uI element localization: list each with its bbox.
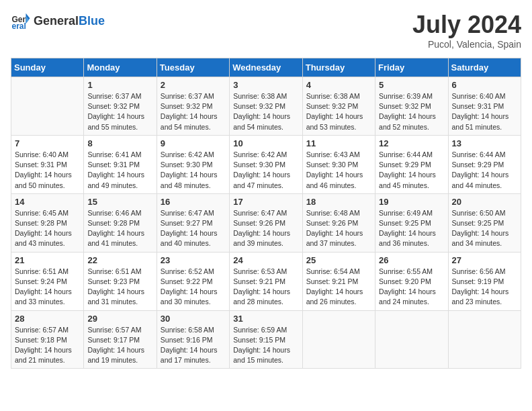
day-number: 21 [15, 255, 80, 265]
weekday-header-row: SundayMondayTuesdayWednesdayThursdayFrid… [11, 58, 521, 77]
day-number: 12 [379, 138, 444, 148]
day-number: 31 [233, 314, 298, 324]
day-number: 14 [15, 197, 80, 207]
calendar-cell: 3Sunrise: 6:38 AM Sunset: 9:32 PM Daylig… [230, 77, 302, 136]
day-info: Sunrise: 6:58 AM Sunset: 9:16 PM Dayligh… [161, 325, 226, 366]
calendar-cell: 14Sunrise: 6:45 AM Sunset: 9:28 PM Dayli… [11, 193, 84, 252]
weekday-friday: Friday [375, 58, 448, 77]
day-number: 13 [452, 138, 517, 148]
calendar-cell: 1Sunrise: 6:37 AM Sunset: 9:32 PM Daylig… [84, 77, 157, 136]
weekday-tuesday: Tuesday [157, 58, 229, 77]
calendar-cell: 31Sunrise: 6:59 AM Sunset: 9:15 PM Dayli… [230, 310, 302, 369]
calendar-cell: 11Sunrise: 6:43 AM Sunset: 9:30 PM Dayli… [302, 135, 375, 193]
logo-text-block: GeneralBlue [34, 14, 105, 28]
day-info: Sunrise: 6:48 AM Sunset: 9:26 PM Dayligh… [306, 208, 371, 249]
calendar-cell [375, 310, 448, 369]
weekday-saturday: Saturday [448, 58, 521, 77]
calendar-cell: 8Sunrise: 6:41 AM Sunset: 9:31 PM Daylig… [84, 135, 157, 193]
calendar-cell [11, 77, 84, 136]
calendar-subtitle: Pucol, Valencia, Spain [412, 39, 521, 50]
day-number: 23 [161, 255, 226, 265]
day-number: 29 [87, 314, 152, 324]
day-number: 19 [379, 197, 444, 207]
day-number: 9 [161, 138, 226, 148]
day-number: 22 [87, 255, 152, 265]
calendar-cell: 13Sunrise: 6:44 AM Sunset: 9:29 PM Dayli… [448, 135, 521, 193]
day-number: 2 [161, 80, 226, 90]
day-number: 1 [87, 80, 152, 90]
weekday-sunday: Sunday [11, 58, 84, 77]
day-info: Sunrise: 6:49 AM Sunset: 9:25 PM Dayligh… [379, 208, 444, 249]
weekday-wednesday: Wednesday [230, 58, 302, 77]
day-info: Sunrise: 6:53 AM Sunset: 9:21 PM Dayligh… [233, 267, 298, 308]
day-number: 5 [379, 80, 444, 90]
day-info: Sunrise: 6:47 AM Sunset: 9:26 PM Dayligh… [233, 208, 298, 249]
calendar-cell: 6Sunrise: 6:40 AM Sunset: 9:31 PM Daylig… [448, 77, 521, 136]
day-info: Sunrise: 6:39 AM Sunset: 9:32 PM Dayligh… [379, 91, 444, 132]
day-info: Sunrise: 6:52 AM Sunset: 9:22 PM Dayligh… [161, 267, 226, 308]
day-number: 10 [233, 138, 298, 148]
calendar-cell: 24Sunrise: 6:53 AM Sunset: 9:21 PM Dayli… [230, 252, 302, 310]
calendar-cell: 26Sunrise: 6:55 AM Sunset: 9:20 PM Dayli… [375, 252, 448, 310]
calendar-cell: 18Sunrise: 6:48 AM Sunset: 9:26 PM Dayli… [302, 193, 375, 252]
day-number: 27 [452, 255, 517, 265]
calendar-table: SundayMondayTuesdayWednesdayThursdayFrid… [11, 58, 521, 369]
calendar-week-row: 1Sunrise: 6:37 AM Sunset: 9:32 PM Daylig… [11, 77, 521, 136]
calendar-cell: 10Sunrise: 6:42 AM Sunset: 9:30 PM Dayli… [230, 135, 302, 193]
calendar-cell [448, 310, 521, 369]
day-number: 6 [452, 80, 517, 90]
day-number: 30 [161, 314, 226, 324]
day-info: Sunrise: 6:45 AM Sunset: 9:28 PM Dayligh… [15, 208, 80, 249]
day-info: Sunrise: 6:37 AM Sunset: 9:32 PM Dayligh… [161, 91, 226, 132]
day-info: Sunrise: 6:59 AM Sunset: 9:15 PM Dayligh… [233, 325, 298, 366]
calendar-cell: 5Sunrise: 6:39 AM Sunset: 9:32 PM Daylig… [375, 77, 448, 136]
day-info: Sunrise: 6:50 AM Sunset: 9:25 PM Dayligh… [452, 208, 517, 249]
calendar-cell: 9Sunrise: 6:42 AM Sunset: 9:30 PM Daylig… [157, 135, 229, 193]
calendar-cell: 30Sunrise: 6:58 AM Sunset: 9:16 PM Dayli… [157, 310, 229, 369]
calendar-body: 1Sunrise: 6:37 AM Sunset: 9:32 PM Daylig… [11, 77, 521, 369]
calendar-week-row: 21Sunrise: 6:51 AM Sunset: 9:24 PM Dayli… [11, 252, 521, 310]
calendar-week-row: 7Sunrise: 6:40 AM Sunset: 9:31 PM Daylig… [11, 135, 521, 193]
day-info: Sunrise: 6:46 AM Sunset: 9:28 PM Dayligh… [87, 208, 152, 249]
day-number: 20 [452, 197, 517, 207]
calendar-week-row: 14Sunrise: 6:45 AM Sunset: 9:28 PM Dayli… [11, 193, 521, 252]
day-info: Sunrise: 6:51 AM Sunset: 9:24 PM Dayligh… [15, 267, 80, 308]
calendar-title: July 2024 [412, 11, 521, 39]
calendar-cell: 28Sunrise: 6:57 AM Sunset: 9:18 PM Dayli… [11, 310, 84, 369]
day-number: 3 [233, 80, 298, 90]
calendar-cell: 17Sunrise: 6:47 AM Sunset: 9:26 PM Dayli… [230, 193, 302, 252]
day-number: 8 [87, 138, 152, 148]
day-number: 15 [87, 197, 152, 207]
calendar-header: SundayMondayTuesdayWednesdayThursdayFrid… [11, 58, 521, 77]
logo-general: General [34, 14, 79, 28]
day-info: Sunrise: 6:44 AM Sunset: 9:29 PM Dayligh… [452, 150, 517, 191]
title-area: July 2024 Pucol, Valencia, Spain [412, 11, 521, 50]
weekday-monday: Monday [84, 58, 157, 77]
svg-text:eral: eral [12, 21, 26, 31]
day-info: Sunrise: 6:40 AM Sunset: 9:31 PM Dayligh… [15, 150, 80, 191]
calendar-cell: 7Sunrise: 6:40 AM Sunset: 9:31 PM Daylig… [11, 135, 84, 193]
day-number: 26 [379, 255, 444, 265]
logo-icon: Gen eral [11, 11, 31, 31]
calendar-cell: 20Sunrise: 6:50 AM Sunset: 9:25 PM Dayli… [448, 193, 521, 252]
day-info: Sunrise: 6:44 AM Sunset: 9:29 PM Dayligh… [379, 150, 444, 191]
day-number: 17 [233, 197, 298, 207]
day-info: Sunrise: 6:57 AM Sunset: 9:17 PM Dayligh… [87, 325, 152, 366]
day-info: Sunrise: 6:51 AM Sunset: 9:23 PM Dayligh… [87, 267, 152, 308]
day-info: Sunrise: 6:42 AM Sunset: 9:30 PM Dayligh… [161, 150, 226, 191]
calendar-cell: 21Sunrise: 6:51 AM Sunset: 9:24 PM Dayli… [11, 252, 84, 310]
day-info: Sunrise: 6:38 AM Sunset: 9:32 PM Dayligh… [233, 91, 298, 132]
day-number: 11 [306, 138, 371, 148]
day-info: Sunrise: 6:47 AM Sunset: 9:27 PM Dayligh… [161, 208, 226, 249]
calendar-cell: 16Sunrise: 6:47 AM Sunset: 9:27 PM Dayli… [157, 193, 229, 252]
day-info: Sunrise: 6:56 AM Sunset: 9:19 PM Dayligh… [452, 267, 517, 308]
calendar-cell: 25Sunrise: 6:54 AM Sunset: 9:21 PM Dayli… [302, 252, 375, 310]
day-info: Sunrise: 6:40 AM Sunset: 9:31 PM Dayligh… [452, 91, 517, 132]
calendar-cell: 19Sunrise: 6:49 AM Sunset: 9:25 PM Dayli… [375, 193, 448, 252]
day-number: 25 [306, 255, 371, 265]
day-info: Sunrise: 6:41 AM Sunset: 9:31 PM Dayligh… [87, 150, 152, 191]
day-number: 7 [15, 138, 80, 148]
calendar-week-row: 28Sunrise: 6:57 AM Sunset: 9:18 PM Dayli… [11, 310, 521, 369]
day-number: 4 [306, 80, 371, 90]
weekday-thursday: Thursday [302, 58, 375, 77]
